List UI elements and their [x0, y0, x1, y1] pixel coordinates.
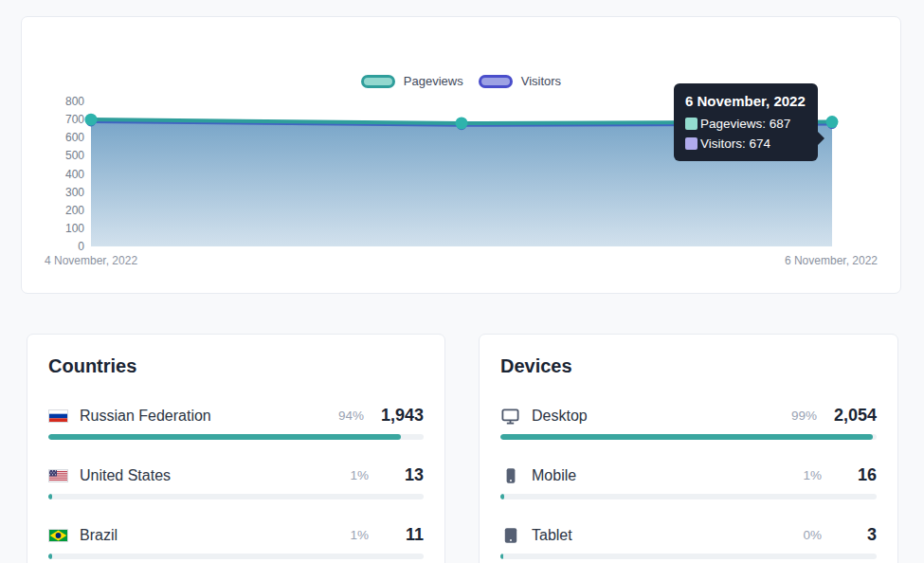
progress-bar: [500, 494, 877, 499]
item-label: Tablet: [532, 527, 572, 544]
devices-title: Devices: [500, 355, 877, 377]
progress-bar-fill: [48, 494, 52, 499]
item-value: 3: [839, 525, 877, 545]
item-percent: 1%: [803, 468, 822, 482]
legend-label: Pageviews: [404, 74, 463, 88]
svg-text:200: 200: [65, 204, 84, 217]
list-item[interactable]: Brazil 1% 11: [48, 525, 424, 559]
progress-bar: [48, 554, 424, 559]
list-item[interactable]: Tablet 0% 3: [500, 525, 877, 559]
item-label: Desktop: [532, 408, 588, 425]
list-item[interactable]: United States 1% 13: [48, 465, 424, 499]
item-percent: 94%: [338, 409, 364, 423]
progress-bar-fill: [500, 554, 503, 559]
item-value: 1,943: [381, 406, 424, 426]
analytics-dashboard: 8007006005004003002001000 Pageviews Visi…: [0, 0, 924, 563]
tooltip-row-visitors: Visitors: 674: [685, 136, 806, 151]
legend-item-visitors[interactable]: Visitors: [479, 74, 561, 88]
item-label: Mobile: [532, 467, 576, 484]
svg-text:700: 700: [65, 113, 84, 126]
countries-card: Countries Russian Federation 94% 1,943 U…: [27, 334, 445, 563]
svg-text:600: 600: [65, 131, 84, 144]
tooltip-visitors-value: Visitors: 674: [700, 136, 770, 151]
devices-card: Devices Desktop 99% 2,054 Mobile 1% 16 T…: [479, 334, 898, 563]
pageviews-swatch-icon: [685, 118, 698, 130]
item-value: 13: [386, 465, 424, 485]
tooltip-date: 6 November, 2022: [685, 93, 806, 109]
item-value: 2,054: [834, 406, 877, 426]
item-label: Brazil: [80, 527, 118, 544]
flag-russia-icon: [48, 409, 68, 424]
item-percent: 0%: [803, 528, 822, 542]
desktop-icon: [500, 409, 520, 424]
tooltip-row-pageviews: Pageviews: 687: [685, 117, 806, 131]
item-percent: 99%: [791, 409, 817, 423]
countries-title: Countries: [48, 355, 424, 377]
svg-text:0: 0: [78, 240, 84, 253]
item-value: 16: [839, 465, 877, 485]
list-item[interactable]: Desktop 99% 2,054: [500, 406, 877, 440]
x-axis-label-end: 6 November, 2022: [785, 254, 878, 267]
tooltip-pageviews-value: Pageviews: 687: [700, 117, 790, 131]
progress-bar: [500, 434, 877, 440]
svg-text:800: 800: [65, 95, 84, 108]
flag-brazil-icon: [48, 528, 68, 543]
svg-text:500: 500: [65, 149, 84, 162]
traffic-chart-card: 8007006005004003002001000 Pageviews Visi…: [21, 16, 901, 294]
legend-item-pageviews[interactable]: Pageviews: [361, 74, 463, 88]
progress-bar-fill: [48, 554, 52, 559]
item-label: Russian Federation: [80, 408, 211, 425]
legend-label: Visitors: [521, 74, 561, 88]
countries-list: Russian Federation 94% 1,943 United Stat…: [48, 406, 424, 559]
visitors-swatch-icon: [479, 75, 513, 88]
list-item[interactable]: Russian Federation 94% 1,943: [48, 406, 424, 440]
chart-tooltip: 6 November, 2022 Pageviews: 687 Visitors…: [674, 83, 818, 161]
list-item[interactable]: Mobile 1% 16: [500, 465, 877, 499]
x-axis-label-start: 4 November, 2022: [45, 254, 137, 267]
visitors-swatch-icon: [685, 137, 698, 150]
pageviews-swatch-icon: [361, 75, 395, 88]
progress-bar-fill: [48, 434, 401, 440]
item-label: United States: [80, 467, 171, 484]
progress-bar-fill: [500, 494, 504, 499]
svg-text:400: 400: [65, 168, 84, 181]
item-percent: 1%: [350, 528, 369, 542]
svg-text:100: 100: [65, 222, 84, 235]
devices-list: Desktop 99% 2,054 Mobile 1% 16 Tablet 0%…: [500, 406, 877, 559]
progress-bar: [48, 494, 424, 499]
progress-bar-fill: [500, 434, 873, 440]
flag-us-icon: [48, 468, 68, 483]
item-value: 11: [386, 525, 424, 545]
progress-bar: [48, 434, 424, 440]
progress-bar: [500, 554, 877, 559]
tablet-icon: [500, 528, 520, 543]
item-percent: 1%: [350, 468, 369, 482]
mobile-icon: [500, 468, 520, 483]
svg-text:300: 300: [65, 186, 84, 199]
